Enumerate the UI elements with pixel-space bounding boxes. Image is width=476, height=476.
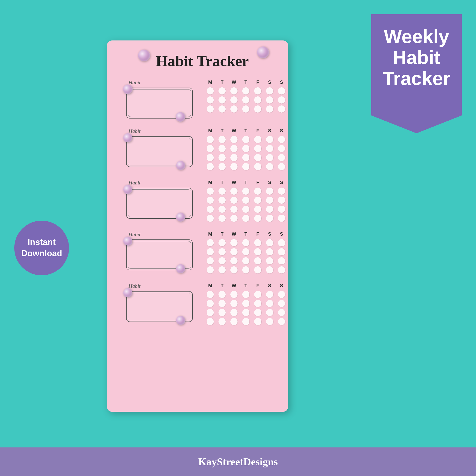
dot — [230, 257, 238, 264]
habit-right-2: M T W T F S S — [198, 128, 285, 170]
dot — [230, 300, 238, 307]
dot — [242, 266, 249, 273]
day-w: W — [230, 231, 238, 237]
dot — [206, 136, 214, 143]
dots-row — [205, 163, 285, 170]
dot — [278, 318, 285, 325]
habit-box-5 — [126, 291, 193, 322]
day-m-1: M — [206, 80, 214, 85]
day-t1: T — [219, 128, 226, 134]
dot — [206, 215, 214, 222]
day-s2: S — [278, 128, 285, 134]
dots-row — [205, 145, 285, 152]
day-m: M — [206, 283, 214, 289]
day-t1: T — [219, 231, 226, 237]
day-m: M — [206, 231, 214, 237]
day-t2: T — [242, 128, 249, 134]
banner-section: WeeklyHabitTracker — [371, 14, 462, 438]
dot — [278, 87, 285, 95]
dots-row — [205, 300, 285, 307]
dot — [266, 239, 273, 246]
habit-label-3: Habit — [129, 180, 198, 186]
habit-row: Habit M T W T F S — [126, 283, 278, 325]
dot — [242, 248, 249, 255]
dot — [219, 318, 226, 325]
dot — [266, 163, 273, 170]
dot — [278, 300, 285, 307]
dot — [242, 257, 249, 264]
dot — [278, 239, 285, 246]
dot — [230, 96, 238, 103]
dots-row — [205, 248, 285, 255]
dot — [254, 291, 261, 298]
dot — [242, 136, 249, 143]
dots-row — [205, 291, 285, 298]
dot — [254, 154, 261, 161]
dot — [230, 215, 238, 222]
dot — [206, 154, 214, 161]
dot — [219, 96, 226, 103]
dot — [266, 248, 273, 255]
habit-label-5: Habit — [129, 283, 198, 289]
banner-title: WeeklyHabitTracker — [381, 26, 452, 89]
dots-row — [205, 239, 285, 246]
pearl-h5-tl — [123, 288, 132, 297]
dot — [254, 309, 261, 316]
dot — [219, 215, 226, 222]
day-s1-1: S — [266, 80, 273, 85]
dot — [230, 309, 238, 316]
days-header-5: M T W T F S S — [205, 283, 285, 289]
habits-grid: Habit M T W T F S — [126, 80, 278, 327]
dot — [278, 248, 285, 255]
dots-grid-4 — [205, 239, 285, 273]
footer-brand: KayStreetDesigns — [198, 456, 278, 468]
pearl-h2-br — [176, 161, 185, 170]
day-m: M — [206, 180, 214, 185]
dot — [242, 206, 249, 213]
instant-download-badge: Instant Download — [14, 221, 69, 275]
dot — [230, 248, 238, 255]
dot — [278, 215, 285, 222]
dot — [230, 105, 238, 113]
dot — [219, 248, 226, 255]
dot — [219, 300, 226, 307]
dot — [278, 266, 285, 273]
dot — [230, 187, 238, 195]
day-f: F — [254, 128, 261, 134]
dot — [230, 291, 238, 298]
dot — [254, 136, 261, 143]
dot — [206, 105, 214, 113]
habit-right-1: M T W T F S S — [198, 80, 285, 113]
dot — [206, 291, 214, 298]
pearl-h3-br — [176, 213, 185, 221]
dot — [230, 87, 238, 95]
dots-row — [205, 136, 285, 143]
dot — [266, 96, 273, 103]
habit-left-5: Habit — [126, 283, 198, 322]
dots-row — [205, 197, 285, 204]
day-s2: S — [278, 180, 285, 185]
habit-box-2 — [126, 136, 193, 167]
habit-box-3 — [126, 188, 193, 219]
dot — [266, 300, 273, 307]
pearl-h5-br — [176, 316, 185, 325]
day-f-1: F — [254, 80, 261, 85]
dot — [254, 87, 261, 95]
dots-row — [205, 87, 285, 95]
dots-row — [205, 206, 285, 213]
dot — [266, 197, 273, 204]
dots-row — [205, 154, 285, 161]
habit-box-4 — [126, 239, 193, 270]
dot — [219, 309, 226, 316]
dot — [254, 145, 261, 152]
pearl-h4-br — [176, 264, 185, 273]
dot — [254, 187, 261, 195]
dot — [278, 197, 285, 204]
dot — [219, 105, 226, 113]
dot — [266, 105, 273, 113]
dot — [219, 239, 226, 246]
dot — [230, 197, 238, 204]
habit-left-3: Habit — [126, 180, 198, 219]
dot — [266, 136, 273, 143]
dot — [206, 163, 214, 170]
